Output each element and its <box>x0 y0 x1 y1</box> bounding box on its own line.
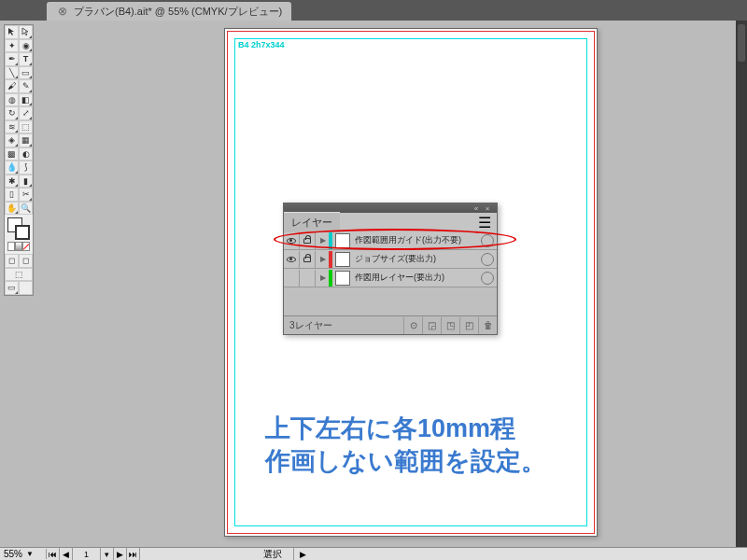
drawing-mode-inside[interactable]: ⬚ <box>5 268 33 282</box>
lock-icon <box>303 238 311 244</box>
artboard-label: B4 2h7x344 <box>238 40 285 49</box>
panel-menu-icon[interactable]: ☰ <box>472 214 497 231</box>
perspective-grid-tool[interactable]: ▦ <box>19 133 33 147</box>
lock-toggle[interactable] <box>300 270 316 287</box>
layers-list: ▶ 作図範囲用ガイド(出力不要) ▶ ジョブサイズ(要出力) ▶ <box>284 231 497 315</box>
expand-dock-button[interactable] <box>738 24 745 62</box>
first-artboard-button[interactable]: ⏮ <box>47 548 60 561</box>
tools-panel: ✦ ◉ ✒ T ╲ ▭ 🖌 ✎ ◍ ◧ ↻ ⤢ ≋ ⬚ ◈ ▦ ▩ ◐ 💧 ⟆ … <box>4 24 34 296</box>
lock-toggle[interactable] <box>300 232 316 249</box>
layer-row[interactable]: ▶ 作図範囲用ガイド(出力不要) <box>284 231 497 250</box>
prev-artboard-button[interactable]: ◀ <box>60 548 73 561</box>
change-screen[interactable] <box>19 281 33 295</box>
color-mode-none[interactable] <box>22 242 30 251</box>
layers-tab[interactable]: レイヤー <box>284 212 340 232</box>
scale-tool[interactable]: ⤢ <box>19 106 33 120</box>
slice-tool[interactable]: ✂ <box>19 188 33 202</box>
lasso-tool[interactable]: ◉ <box>19 39 33 53</box>
right-panel-dock <box>736 21 747 560</box>
layer-name[interactable]: ジョブサイズ(要出力) <box>353 253 478 265</box>
next-artboard-button[interactable]: ▶ <box>114 548 127 561</box>
document-tab-bar: ⊗ プラバン(B4).ait* @ 55% (CMYK/プレビュー) <box>0 0 747 21</box>
free-transform-tool[interactable]: ⬚ <box>19 120 33 134</box>
layer-thumbnail[interactable] <box>335 252 350 267</box>
last-artboard-button[interactable]: ⏭ <box>127 548 140 561</box>
color-mode-gradient[interactable] <box>15 242 22 251</box>
annotation-line1: 上下左右に各10mm程 <box>265 413 546 445</box>
lock-icon <box>303 257 311 262</box>
lock-toggle[interactable] <box>300 251 316 268</box>
artboard-dropdown[interactable]: ▾ <box>101 548 114 561</box>
locate-object-button[interactable]: ⊙ <box>403 317 422 334</box>
magic-wand-tool[interactable]: ✦ <box>5 39 19 53</box>
paintbrush-tool[interactable]: 🖌 <box>5 79 19 93</box>
color-mode-solid[interactable] <box>7 242 15 251</box>
rectangle-tool[interactable]: ▭ <box>19 66 33 80</box>
close-icon[interactable]: ⊗ <box>56 5 69 18</box>
layer-color-indicator <box>329 232 332 249</box>
visibility-toggle[interactable] <box>284 232 300 249</box>
drawing-mode-normal[interactable]: ◻ <box>5 254 19 268</box>
shape-builder-tool[interactable]: ◈ <box>5 133 19 147</box>
document-tab[interactable]: ⊗ プラバン(B4).ait* @ 55% (CMYK/プレビュー) <box>47 2 291 21</box>
zoom-tool[interactable]: 🔍 <box>19 202 33 216</box>
blob-brush-tool[interactable]: ◍ <box>5 93 19 107</box>
width-tool[interactable]: ≋ <box>5 120 19 134</box>
selection-tool[interactable] <box>5 25 19 39</box>
expand-toggle[interactable]: ▶ <box>316 270 329 287</box>
gradient-tool[interactable]: ◐ <box>19 147 33 161</box>
artboard-number[interactable]: 1 <box>73 548 101 561</box>
layer-count-label: 3レイヤー <box>284 319 332 332</box>
layer-color-indicator <box>329 251 332 268</box>
hand-tool[interactable]: ✋ <box>5 202 19 216</box>
eraser-tool[interactable]: ◧ <box>19 93 33 107</box>
layer-name[interactable]: 作図範囲用ガイド(出力不要) <box>353 234 478 246</box>
blend-tool[interactable]: ⟆ <box>19 161 33 175</box>
pencil-tool[interactable]: ✎ <box>19 79 33 93</box>
new-layer-button[interactable]: ◰ <box>459 317 478 334</box>
status-bar: 55% ▼ ⏮ ◀ 1 ▾ ▶ ⏭ 選択 ▶ <box>0 547 747 560</box>
direct-selection-tool[interactable] <box>19 25 33 39</box>
type-tool[interactable]: T <box>19 52 33 66</box>
visibility-toggle[interactable] <box>284 270 300 287</box>
visibility-toggle[interactable] <box>284 251 300 268</box>
eyedropper-tool[interactable]: 💧 <box>5 161 19 175</box>
symbol-sprayer-tool[interactable]: ✱ <box>5 175 19 189</box>
annotation-line2: 作画しない範囲を設定。 <box>265 445 546 478</box>
color-swatches[interactable] <box>5 215 33 254</box>
layers-empty-area <box>284 287 497 315</box>
layer-row[interactable]: ▶ ジョブサイズ(要出力) <box>284 250 497 269</box>
close-panel-icon[interactable]: × <box>482 204 493 212</box>
delete-layer-button[interactable]: 🗑 <box>478 317 497 334</box>
make-clipping-mask-button[interactable]: ◲ <box>422 317 441 334</box>
tab-title: プラバン(B4).ait* @ 55% (CMYK/プレビュー) <box>74 5 282 19</box>
target-icon[interactable] <box>481 253 494 266</box>
create-sublayer-button[interactable]: ◳ <box>441 317 459 334</box>
canvas-area[interactable]: B4 2h7x344 « × レイヤー ☰ ▶ 作図範囲用ガイド(出力不要) <box>37 21 734 547</box>
line-tool[interactable]: ╲ <box>5 66 19 80</box>
drawing-mode-behind[interactable]: ◻ <box>19 254 33 268</box>
expand-toggle[interactable]: ▶ <box>316 251 329 268</box>
status-mode-label[interactable]: 選択 <box>252 548 294 561</box>
artboard-tool[interactable]: ▯ <box>5 188 19 202</box>
layer-name[interactable]: 作図用レイヤー(要出力) <box>353 272 478 284</box>
target-icon[interactable] <box>481 272 494 285</box>
layer-thumbnail[interactable] <box>335 233 350 248</box>
screen-mode[interactable]: ▭ <box>5 281 19 295</box>
expand-toggle[interactable]: ▶ <box>316 232 329 249</box>
pen-tool[interactable]: ✒ <box>5 52 19 66</box>
stroke-swatch[interactable] <box>15 225 30 240</box>
zoom-level[interactable]: 55% ▼ <box>0 549 47 559</box>
column-graph-tool[interactable]: ▮ <box>19 175 33 189</box>
zoom-dropdown-icon[interactable]: ▼ <box>26 550 34 558</box>
layer-thumbnail[interactable] <box>335 271 350 286</box>
target-icon[interactable] <box>481 234 494 247</box>
collapse-icon[interactable]: « <box>471 204 482 212</box>
layer-color-indicator <box>329 270 332 287</box>
rotate-tool[interactable]: ↻ <box>5 106 19 120</box>
mesh-tool[interactable]: ▩ <box>5 147 19 161</box>
layers-panel[interactable]: « × レイヤー ☰ ▶ 作図範囲用ガイド(出力不要) ▶ <box>283 203 498 335</box>
layers-footer: 3レイヤー ⊙ ◲ ◳ ◰ 🗑 <box>284 315 497 334</box>
layer-row[interactable]: ▶ 作図用レイヤー(要出力) <box>284 269 497 287</box>
status-menu-icon[interactable]: ▶ <box>294 550 312 559</box>
